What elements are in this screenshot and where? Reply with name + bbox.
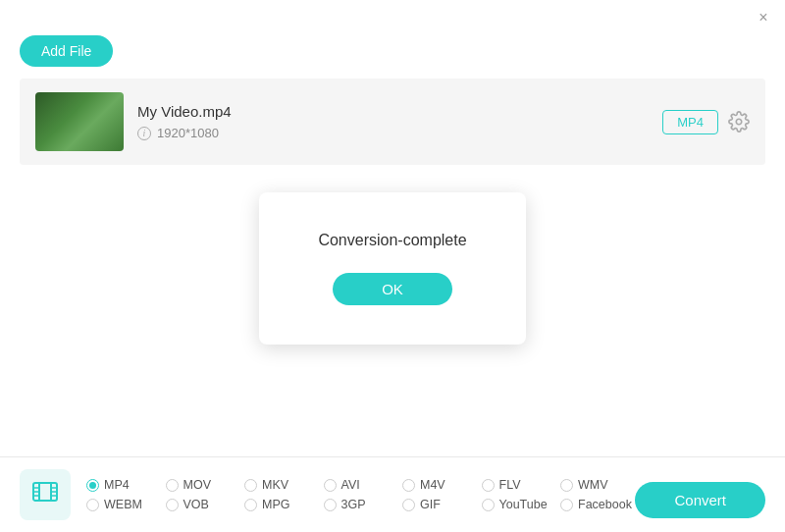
radio-facebook[interactable] xyxy=(560,499,573,511)
radio-mkv[interactable] xyxy=(244,479,257,492)
file-details: My Video.mp4 i 1920*1080 xyxy=(137,103,232,140)
format-label-youtube: YouTube xyxy=(499,498,548,511)
radio-vob[interactable] xyxy=(166,499,179,511)
modal-title: Conversion-complete xyxy=(318,232,466,249)
format-label-avi: AVI xyxy=(341,478,360,492)
format-badge[interactable]: MP4 xyxy=(662,110,718,134)
convert-button[interactable]: Convert xyxy=(635,482,765,518)
format-option-mp4[interactable]: MP4 xyxy=(86,478,166,492)
file-actions: MP4 xyxy=(662,110,750,134)
format-icon-box xyxy=(20,469,71,520)
radio-flv[interactable] xyxy=(482,479,495,492)
format-label-mpg: MPG xyxy=(262,498,289,511)
format-label-mp4: MP4 xyxy=(104,478,130,492)
format-label-facebook: Facebook xyxy=(578,498,632,511)
radio-mpg[interactable] xyxy=(244,499,257,511)
format-label-gif: GIF xyxy=(420,498,441,511)
film-icon xyxy=(31,478,59,511)
file-list-area: My Video.mp4 i 1920*1080 MP4 xyxy=(20,79,765,165)
modal-overlay: Conversion-complete OK xyxy=(0,165,785,371)
modal-box: Conversion-complete OK xyxy=(259,192,525,345)
format-label-webm: WEBM xyxy=(104,498,142,511)
format-option-webm[interactable]: WEBM xyxy=(86,498,166,511)
format-option-flv[interactable]: FLV xyxy=(482,478,561,492)
radio-mp4[interactable] xyxy=(86,479,99,492)
format-label-3gp: 3GP xyxy=(341,498,366,511)
settings-icon[interactable] xyxy=(728,111,750,133)
toolbar: Add File xyxy=(0,35,785,79)
info-icon: i xyxy=(137,127,151,140)
format-label-wmv: WMV xyxy=(578,478,608,492)
radio-mov[interactable] xyxy=(166,479,179,492)
format-option-wmv[interactable]: WMV xyxy=(560,478,640,492)
file-name: My Video.mp4 xyxy=(137,103,232,120)
format-option-gif[interactable]: GIF xyxy=(402,498,482,511)
file-meta: i 1920*1080 xyxy=(137,126,232,140)
format-option-avi[interactable]: AVI xyxy=(324,478,403,492)
format-option-mkv[interactable]: MKV xyxy=(244,478,324,492)
radio-avi[interactable] xyxy=(324,479,337,492)
file-resolution: 1920*1080 xyxy=(157,126,219,140)
radio-gif[interactable] xyxy=(402,499,415,511)
ok-button[interactable]: OK xyxy=(333,273,452,305)
file-info: My Video.mp4 i 1920*1080 xyxy=(35,92,232,151)
add-file-button[interactable]: Add File xyxy=(20,35,113,67)
radio-youtube[interactable] xyxy=(482,499,495,511)
format-label-flv: FLV xyxy=(499,478,521,492)
format-label-mov: MOV xyxy=(183,478,211,492)
format-option-3gp[interactable]: 3GP xyxy=(324,498,403,511)
format-option-youtube[interactable]: YouTube xyxy=(482,498,561,511)
title-bar: × xyxy=(0,0,785,35)
file-thumbnail xyxy=(35,92,124,151)
radio-3gp[interactable] xyxy=(324,499,337,511)
radio-m4v[interactable] xyxy=(402,479,415,492)
format-label-vob: VOB xyxy=(183,498,209,511)
svg-point-0 xyxy=(736,119,742,125)
format-option-mov[interactable]: MOV xyxy=(166,478,245,492)
format-option-m4v[interactable]: M4V xyxy=(402,478,482,492)
radio-wmv[interactable] xyxy=(560,479,573,492)
format-option-facebook[interactable]: Facebook xyxy=(560,498,640,511)
convert-area: Convert xyxy=(635,482,765,518)
format-label-mkv: MKV xyxy=(262,478,288,492)
content-area: Conversion-complete OK xyxy=(0,165,785,371)
format-options: MP4 MOV MKV AVI M4V FLV WMV xyxy=(86,478,718,511)
close-button[interactable]: × xyxy=(756,10,771,26)
radio-webm[interactable] xyxy=(86,499,99,511)
format-label-m4v: M4V xyxy=(420,478,445,492)
format-option-vob[interactable]: VOB xyxy=(166,498,245,511)
format-option-mpg[interactable]: MPG xyxy=(244,498,324,511)
